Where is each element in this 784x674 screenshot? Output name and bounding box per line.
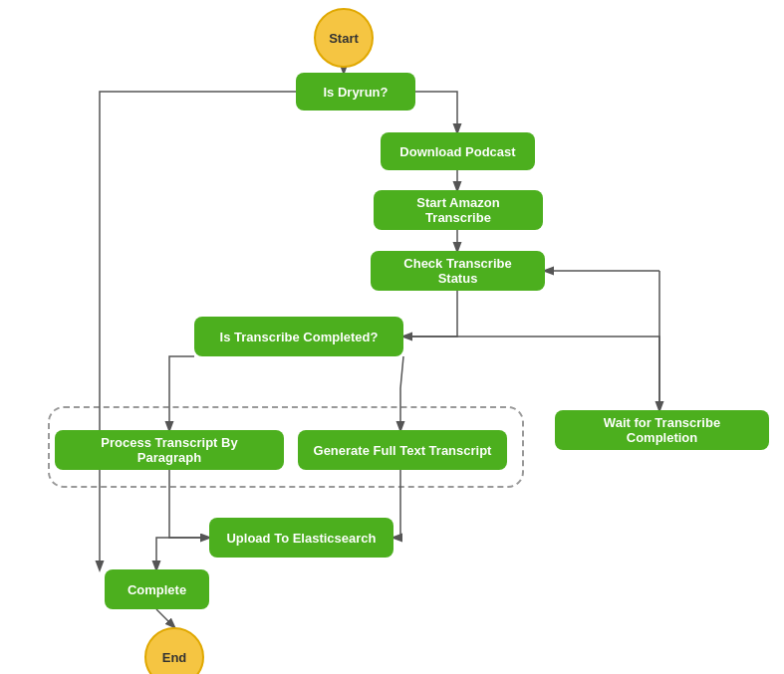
start-transcribe-node: Start Amazon Transcribe (374, 190, 543, 230)
generate-full-node: Generate Full Text Transcript (298, 430, 507, 470)
check-status-node: Check Transcribe Status (371, 251, 545, 291)
is-dryrun-node: Is Dryrun? (296, 73, 415, 111)
download-podcast-node: Download Podcast (381, 132, 535, 170)
wait-transcribe-node: Wait for Transcribe Completion (555, 410, 769, 450)
svg-line-4 (156, 609, 174, 627)
start-node: Start (314, 8, 374, 68)
process-transcript-node: Process Transcript By Paragraph (55, 430, 284, 470)
complete-node: Complete (105, 569, 209, 609)
is-completed-node: Is Transcribe Completed? (194, 317, 403, 356)
flowchart-canvas: Start Is Dryrun? Download Podcast Start … (0, 0, 784, 674)
end-node: End (144, 627, 204, 674)
upload-node: Upload To Elasticsearch (209, 518, 393, 558)
